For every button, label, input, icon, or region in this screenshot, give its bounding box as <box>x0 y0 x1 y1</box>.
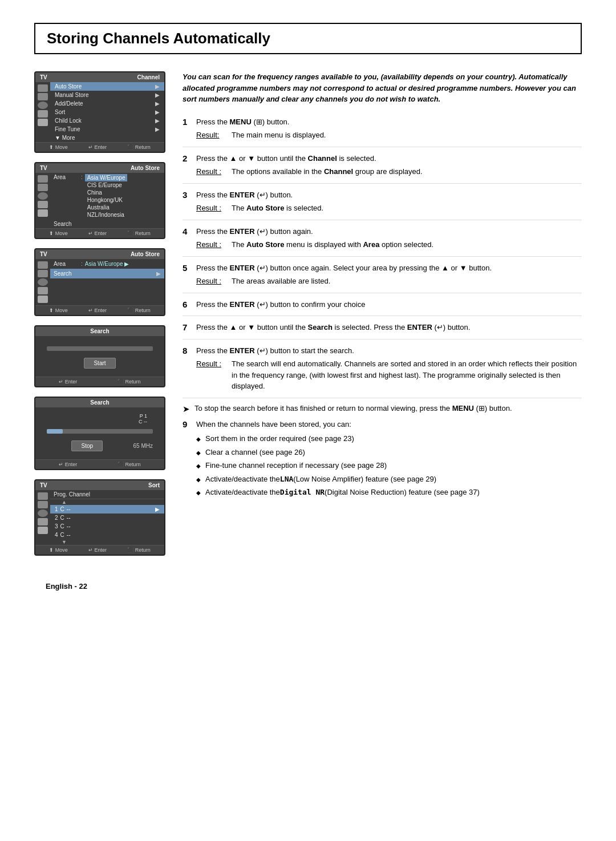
step-3: 3 Press the ENTER (↵) button. Result : T… <box>183 189 582 220</box>
result-text-4: The Auto Store menu is displayed with Ar… <box>232 239 433 250</box>
tv-empty-space <box>50 278 164 296</box>
step-content-5: Press the ENTER (↵) button once again. S… <box>196 262 582 287</box>
step-2: 2 Press the ▲ or ▼ button until the Chan… <box>183 153 582 184</box>
step-content-1: Press the MENU (⊞) button. Result: The m… <box>196 116 582 141</box>
step-num-8: 8 <box>183 346 196 392</box>
tv-screen-2: TV Auto Store Area : <box>34 162 165 239</box>
step-result-8: Result : The search will end automatical… <box>196 358 582 392</box>
icon6-special <box>38 527 48 534</box>
tv-screen-1: TV Channel Auto Store ▶ <box>34 71 165 153</box>
result-label-2: Result : <box>196 166 225 177</box>
menu-label-6: Sort <box>148 482 160 488</box>
icon3-person <box>38 270 48 277</box>
step-num-7: 7 <box>183 322 196 333</box>
icon3-antenna <box>38 261 48 269</box>
bullet-5: Activate/deactivate the Digital NR (Digi… <box>196 487 582 498</box>
step-content-8: Press the ENTER (↵) button to start the … <box>196 345 582 392</box>
search-body-4: Start <box>35 336 164 377</box>
result-text-5: The areas available are listed. <box>232 276 330 287</box>
page-footer: English - 22 <box>34 582 582 591</box>
tv-footer-3: ⬆ Move ↵ Enter ⬛ Return <box>35 305 164 315</box>
tv-icons-3 <box>35 259 50 305</box>
steps-area: 1 Press the MENU (⊞) button. Result: The… <box>183 116 582 507</box>
step-num-1: 1 <box>183 117 196 141</box>
step-action-8: Press the ENTER (↵) button to start the … <box>196 345 582 357</box>
tv-screen-4: Search Start ↵ Enter ⬛ Return <box>34 325 165 387</box>
step-result-1: Result: The main menu is displayed. <box>196 130 582 141</box>
search-stop-btn[interactable]: Stop <box>71 440 103 451</box>
tv-label-6: TV <box>40 482 47 488</box>
search-body-5: P 1 C -- Stop 65 MHz <box>35 407 164 459</box>
tv-row-finetune: Fine Tune ▶ <box>50 125 164 134</box>
menu-label-2: Auto Store <box>131 165 160 171</box>
tv-header-6: TV Sort <box>35 480 164 490</box>
prog-down-arrow: ▼ <box>50 539 164 545</box>
tv-menu-rows-2: Area : Asia W/Europe CIS E/Europe China … <box>50 173 164 228</box>
tv-row-autostore: Auto Store ▶ <box>50 82 164 91</box>
step-1: 1 Press the MENU (⊞) button. Result: The… <box>183 116 582 147</box>
note-row: ➤ To stop the search before it has finis… <box>183 404 582 414</box>
tv-row-childlock: Child Lock ▶ <box>50 116 164 125</box>
bullet-2: Clear a channel (see page 26) <box>196 447 582 458</box>
bullet-1: Sort them in the order required (see pag… <box>196 433 582 444</box>
search-c-label: C -- <box>47 419 153 424</box>
step-content-6: Press the ENTER (↵) button to confirm yo… <box>196 299 582 310</box>
tv-body-3: Area : Asia W/Europe ▶ Search ▶ <box>35 259 164 305</box>
tv-icons-6 <box>35 490 50 545</box>
result-label-3: Result : <box>196 203 225 214</box>
tv-icons-2 <box>35 173 50 228</box>
bullet-3: Fine-tune channel reception if necessary… <box>196 460 582 471</box>
tv-search-row-2: Search <box>50 220 164 228</box>
icon-person <box>38 93 48 100</box>
search-progress-bar-5 <box>47 429 153 434</box>
intro-text: You can scan for the frequency ranges av… <box>183 71 582 105</box>
step-content-2: Press the ▲ or ▼ button until the Channe… <box>196 153 582 177</box>
icon2-special <box>38 209 48 217</box>
sort-row-3: 3 C -- <box>50 522 164 531</box>
step-action-6: Press the ENTER (↵) button to confirm yo… <box>196 299 582 310</box>
result-text-1: The main menu is displayed. <box>232 130 326 141</box>
tv-icons-1 <box>35 82 50 142</box>
tv-area-row: Area : Asia W/Europe CIS E/Europe China … <box>50 173 164 220</box>
note-text: To stop the search before it has finishe… <box>194 404 512 413</box>
search-progress-fill-5 <box>47 429 63 434</box>
tv-label-3: TV <box>40 251 47 257</box>
step-num-3: 3 <box>183 190 196 214</box>
tv-header-1: TV Channel <box>35 72 164 82</box>
icon3-speaker <box>38 287 48 294</box>
step-action-3: Press the ENTER (↵) button. <box>196 189 582 201</box>
tv-label-2: TV <box>40 165 47 171</box>
tv-footer-4: ↵ Enter ⬛ Return <box>35 377 164 386</box>
left-column: TV Channel Auto Store ▶ <box>34 71 165 565</box>
tv-header-3: TV Auto Store <box>35 249 164 259</box>
step-6: 6 Press the ENTER (↵) button to confirm … <box>183 299 582 317</box>
tv-row-adddelete: Add/Delete ▶ <box>50 99 164 108</box>
icon6-antenna <box>38 492 48 500</box>
result-label-4: Result : <box>196 239 225 250</box>
step-action-5: Press the ENTER (↵) button once again. S… <box>196 262 582 274</box>
icon2-circle <box>38 192 48 200</box>
step-result-5: Result : The areas available are listed. <box>196 276 582 287</box>
result-text-2: The options available in the Channel gro… <box>232 166 423 177</box>
tv-header-2: TV Auto Store <box>35 163 164 173</box>
tv-screen-3: TV Auto Store Area : <box>34 248 165 316</box>
result-text-8: The search will end automatically. Chann… <box>232 358 582 392</box>
tv-screen-5: Search P 1 C -- Stop 65 MHz ↵ Enter ⬛ Re… <box>34 397 165 470</box>
icon6-speaker <box>38 518 48 525</box>
step-4: 4 Press the ENTER (↵) button again. Resu… <box>183 226 582 257</box>
tv-body-1: Auto Store ▶ Manual Store ▶ Add/Delete ▶ <box>35 82 164 142</box>
step-action-7: Press the ▲ or ▼ button until the Search… <box>196 322 582 333</box>
step-8: 8 Press the ENTER (↵) button to start th… <box>183 345 582 398</box>
sort-row-1: 1 C -- ▶ <box>50 505 164 514</box>
search-p-label: P 1 <box>47 413 153 419</box>
icon6-circle <box>38 510 48 517</box>
icon-circle <box>38 102 48 109</box>
search-progress-bar-4 <box>47 346 153 351</box>
sort-row-2: 2 C -- <box>50 514 164 522</box>
search-freq-label: 65 MHz <box>133 443 153 449</box>
footer-text: English - 22 <box>46 582 87 591</box>
page-title: Storing Channels Automatically <box>47 30 569 47</box>
step-result-3: Result : The Auto Store is selected. <box>196 203 582 214</box>
step-action-4: Press the ENTER (↵) button again. <box>196 226 582 237</box>
search-start-btn[interactable]: Start <box>84 358 115 369</box>
